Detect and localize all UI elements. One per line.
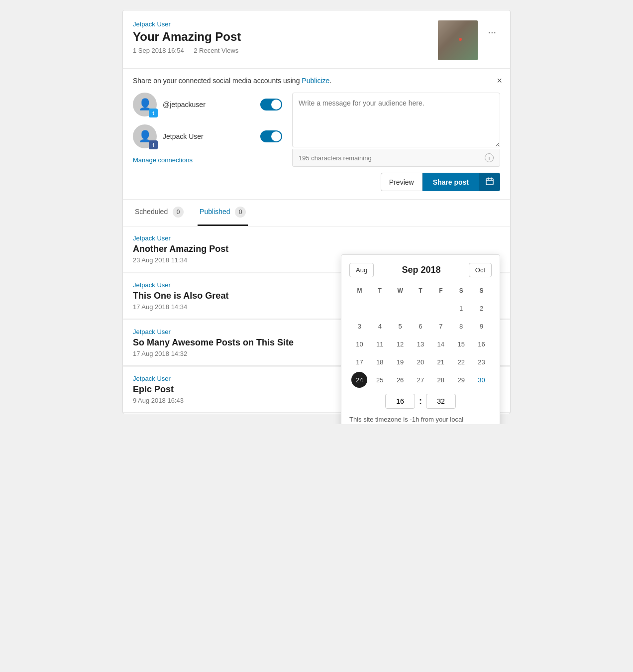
message-textarea[interactable] bbox=[292, 93, 500, 147]
tab-published-badge: 0 bbox=[235, 207, 246, 218]
weekday-tue: T bbox=[370, 285, 390, 296]
main-container: Jetpack User Your Amazing Post 1 Sep 201… bbox=[122, 10, 511, 414]
post-title: Your Amazing Post bbox=[133, 30, 246, 44]
tab-published-label: Published bbox=[200, 208, 230, 216]
calendar-grid: M T W T F S S 1 2 3 4 5 6 bbox=[349, 285, 492, 388]
prev-month-button[interactable]: Aug bbox=[349, 263, 374, 277]
time-hour-input[interactable]: 16 bbox=[385, 394, 415, 409]
cal-day-29[interactable]: 29 bbox=[453, 372, 469, 388]
post-header-right: ··· bbox=[438, 20, 500, 60]
thumbnail-image bbox=[438, 20, 478, 60]
twitter-account-item: 👤 t @jetpackuser bbox=[133, 93, 282, 116]
facebook-toggle-slider[interactable] bbox=[260, 130, 282, 142]
post-thumbnail bbox=[438, 20, 478, 60]
calendar-popup: Aug Sep 2018 Oct M T W T F S S 1 bbox=[341, 254, 500, 424]
timezone-note: This site timezone is -1h from your loca… bbox=[349, 415, 492, 424]
calendar-days: 1 2 3 4 5 6 7 8 9 10 11 12 13 14 15 16 1… bbox=[349, 300, 492, 388]
cal-day-7[interactable]: 7 bbox=[433, 318, 449, 334]
post-header-left: Jetpack User Your Amazing Post 1 Sep 201… bbox=[133, 20, 246, 54]
cal-day-25[interactable]: 25 bbox=[372, 372, 388, 388]
cal-day-26[interactable]: 26 bbox=[392, 372, 408, 388]
facebook-account-item: 👤 f Jetpack User bbox=[133, 124, 282, 148]
share-post-button[interactable]: Share post bbox=[422, 173, 479, 191]
manage-connections-link[interactable]: Manage connections bbox=[133, 156, 282, 164]
share-intro-suffix: . bbox=[329, 77, 331, 85]
facebook-avatar-container: 👤 f bbox=[133, 124, 157, 148]
svg-rect-0 bbox=[486, 179, 493, 185]
cal-day-5[interactable]: 5 bbox=[392, 318, 408, 334]
cal-day-19[interactable]: 19 bbox=[392, 354, 408, 370]
cal-day-21[interactable]: 21 bbox=[433, 354, 449, 370]
calendar-icon bbox=[486, 177, 494, 185]
char-count-bar: 195 characters remaining i bbox=[292, 149, 500, 167]
char-count: 195 characters remaining bbox=[299, 154, 372, 162]
cal-day-13[interactable]: 13 bbox=[413, 336, 428, 352]
cal-day-24[interactable]: 24 bbox=[351, 372, 367, 388]
post-meta: 1 Sep 2018 16:54 2 Recent Views bbox=[133, 47, 246, 54]
twitter-avatar-container: 👤 t bbox=[133, 93, 157, 116]
time-separator: : bbox=[419, 396, 422, 407]
post-author: Jetpack User bbox=[133, 20, 246, 28]
next-month-button[interactable]: Oct bbox=[469, 263, 492, 277]
schedule-calendar-button[interactable] bbox=[479, 173, 500, 191]
weekday-sat: S bbox=[451, 285, 471, 296]
cal-day-12[interactable]: 12 bbox=[392, 336, 408, 352]
calendar-month-year: Sep 2018 bbox=[402, 265, 440, 275]
time-minute-input[interactable]: 32 bbox=[426, 394, 456, 409]
twitter-handle: @jetpackuser bbox=[163, 101, 254, 109]
list-author: Jetpack User bbox=[133, 234, 500, 242]
cal-day-1[interactable]: 1 bbox=[453, 300, 469, 316]
twitter-badge: t bbox=[149, 109, 158, 117]
facebook-toggle[interactable] bbox=[260, 130, 282, 142]
more-button[interactable]: ··· bbox=[484, 24, 500, 40]
close-button[interactable]: × bbox=[497, 76, 502, 86]
social-accounts: 👤 t @jetpackuser 👤 bbox=[133, 93, 282, 191]
tab-published[interactable]: Published 0 bbox=[198, 200, 248, 226]
twitter-toggle[interactable] bbox=[260, 99, 282, 111]
weekday-thu: T bbox=[411, 285, 431, 296]
cal-day-16[interactable]: 16 bbox=[474, 336, 490, 352]
cal-day-11[interactable]: 11 bbox=[372, 336, 388, 352]
post-date: 1 Sep 2018 16:54 bbox=[133, 47, 184, 54]
facebook-badge: f bbox=[149, 140, 158, 149]
message-area: 195 characters remaining i Preview Share… bbox=[292, 93, 500, 191]
cal-day-30[interactable]: 30 bbox=[474, 372, 490, 388]
cal-day-22[interactable]: 22 bbox=[453, 354, 469, 370]
cal-day-4[interactable]: 4 bbox=[372, 318, 388, 334]
cal-day-27[interactable]: 27 bbox=[413, 372, 428, 388]
cal-day-9[interactable]: 9 bbox=[474, 318, 490, 334]
cal-day-2[interactable]: 2 bbox=[474, 300, 490, 316]
cal-day-18[interactable]: 18 bbox=[372, 354, 388, 370]
tabs-section: Scheduled 0 Published 0 bbox=[123, 200, 510, 226]
action-buttons: Preview Share post bbox=[292, 173, 500, 191]
share-intro-text: Share on your connected social media acc… bbox=[133, 77, 302, 85]
tab-scheduled-label: Scheduled bbox=[135, 208, 168, 216]
cal-day-14[interactable]: 14 bbox=[433, 336, 449, 352]
tab-scheduled[interactable]: Scheduled 0 bbox=[133, 200, 186, 226]
tab-scheduled-badge: 0 bbox=[173, 207, 184, 218]
cal-day-23[interactable]: 23 bbox=[474, 354, 490, 370]
cal-day-20[interactable]: 20 bbox=[413, 354, 428, 370]
cal-day-10[interactable]: 10 bbox=[351, 336, 367, 352]
preview-button[interactable]: Preview bbox=[381, 173, 422, 191]
cal-day-15[interactable]: 15 bbox=[453, 336, 469, 352]
cal-day-6[interactable]: 6 bbox=[413, 318, 428, 334]
list-title: Another Amazing Post bbox=[133, 244, 500, 254]
weekday-mon: M bbox=[349, 285, 370, 296]
weekday-wed: W bbox=[390, 285, 411, 296]
publicize-link[interactable]: Publicize bbox=[302, 77, 329, 85]
weekday-fri: F bbox=[430, 285, 451, 296]
cal-day-28[interactable]: 28 bbox=[433, 372, 449, 388]
calendar-weekdays: M T W T F S S bbox=[349, 285, 492, 296]
cal-day-8[interactable]: 8 bbox=[453, 318, 469, 334]
share-body: 👤 t @jetpackuser 👤 bbox=[133, 93, 500, 191]
cal-day-3[interactable]: 3 bbox=[351, 318, 367, 334]
twitter-toggle-slider[interactable] bbox=[260, 99, 282, 111]
cal-time: 16 : 32 bbox=[349, 394, 492, 409]
calendar-header: Aug Sep 2018 Oct bbox=[349, 263, 492, 277]
share-section: Share on your connected social media acc… bbox=[123, 69, 510, 200]
char-info-icon[interactable]: i bbox=[485, 153, 494, 162]
cal-day-17[interactable]: 17 bbox=[351, 354, 367, 370]
share-intro: Share on your connected social media acc… bbox=[133, 77, 500, 85]
facebook-name: Jetpack User bbox=[163, 132, 254, 140]
